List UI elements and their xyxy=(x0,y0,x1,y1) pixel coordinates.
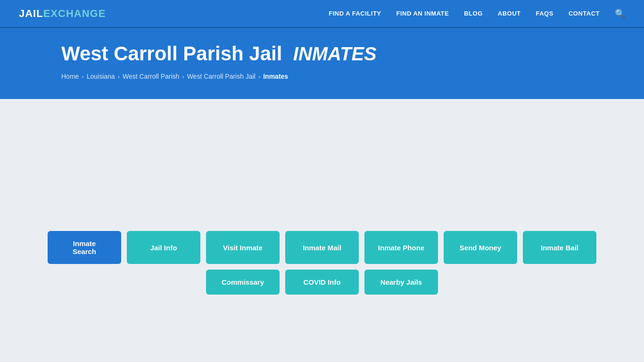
nav-find-inmate[interactable]: FIND AN INMATE xyxy=(396,10,449,17)
breadcrumb-jail[interactable]: West Carroll Parish Jail xyxy=(187,73,256,80)
nearby-jails-button[interactable]: Nearby Jails xyxy=(364,270,438,295)
breadcrumb-sep-3: › xyxy=(182,73,184,80)
inmate-phone-button[interactable]: Inmate Phone xyxy=(364,231,438,264)
nav-faqs[interactable]: FAQs xyxy=(536,10,553,17)
nav-about[interactable]: ABOUT xyxy=(498,10,521,17)
breadcrumb-sep-2: › xyxy=(118,73,120,80)
inmate-mail-button[interactable]: Inmate Mail xyxy=(285,231,359,264)
send-money-button[interactable]: Send Money xyxy=(444,231,517,264)
breadcrumb-sep-4: › xyxy=(258,73,260,80)
button-row-1: Inmate Search Jail Info Visit Inmate Inm… xyxy=(48,231,596,264)
breadcrumb-sep-1: › xyxy=(82,73,83,80)
jail-info-button[interactable]: Jail Info xyxy=(127,231,200,264)
page-title-italic: INMATES xyxy=(293,43,377,64)
hero-header: West Carroll Parish Jail INMATES Home › … xyxy=(0,28,644,99)
breadcrumb: Home › Louisiana › West Carroll Parish ›… xyxy=(61,73,583,80)
logo-exchange: EXCHANGE xyxy=(43,8,106,20)
logo[interactable]: JAILEXCHANGE xyxy=(19,8,106,20)
page-title-main: West Carroll Parish Jail xyxy=(61,42,282,65)
search-icon[interactable]: 🔍 xyxy=(615,8,625,19)
nav-blog[interactable]: BLOG xyxy=(464,10,483,17)
nav-find-facility[interactable]: FIND A FACILITY xyxy=(329,10,381,17)
inmate-bail-button[interactable]: Inmate Bail xyxy=(523,231,596,264)
breadcrumb-current: Inmates xyxy=(263,73,288,80)
breadcrumb-home[interactable]: Home xyxy=(61,73,79,80)
breadcrumb-west-carroll-parish[interactable]: West Carroll Parish xyxy=(123,73,179,80)
main-content: Inmate Search Jail Info Visit Inmate Inm… xyxy=(0,99,644,332)
page-title: West Carroll Parish Jail INMATES xyxy=(61,42,583,65)
button-section: Inmate Search Jail Info Visit Inmate Inm… xyxy=(61,231,583,295)
inmate-search-button[interactable]: Inmate Search xyxy=(48,231,121,264)
commissary-button[interactable]: Commissary xyxy=(206,270,280,295)
nav-contact[interactable]: CONTACT xyxy=(569,10,600,17)
visit-inmate-button[interactable]: Visit Inmate xyxy=(206,231,280,264)
nav-menu: FIND A FACILITY FIND AN INMATE BLOG ABOU… xyxy=(329,8,625,19)
covid-info-button[interactable]: COVID Info xyxy=(285,270,359,295)
navbar: JAILEXCHANGE FIND A FACILITY FIND AN INM… xyxy=(0,0,644,28)
breadcrumb-louisiana[interactable]: Louisiana xyxy=(87,73,115,80)
logo-jail: JAIL xyxy=(19,8,43,20)
button-row-2: Commissary COVID Info Nearby Jails xyxy=(206,270,438,295)
